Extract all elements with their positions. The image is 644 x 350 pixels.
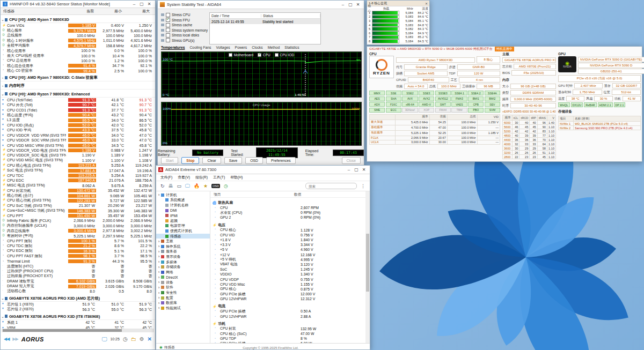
menu-item[interactable]: 查看(V): [178, 175, 190, 180]
checkbox[interactable]: [166, 13, 170, 17]
sensor-row[interactable]: ◷有效时钟 (平均)5,225.1 MHz2,297.9 MHz5,225.1 …: [1, 233, 155, 238]
sidebar-item-便携式计算机[interactable]: 便携式计算机: [156, 228, 210, 234]
sensor-row[interactable]: ⚡CPU VDDCR_VDD 电压 (SVI3 TFN)1.186 V0.988…: [1, 148, 155, 153]
stress-option[interactable]: Stress FPU: [161, 18, 207, 23]
checkbox[interactable]: [166, 18, 170, 22]
sidebar-item-电源管理[interactable]: 电源管理: [156, 224, 210, 229]
sensor-row[interactable]: ◷核心 1 时钟频率4,575.1 MHz1,011.0 MHz4,921.6 …: [1, 38, 155, 43]
menu-item[interactable]: 帮助(H): [230, 175, 243, 180]
sensor-row[interactable]: ⚡CPU PPT151.450 W35.457 W153.454 W: [1, 213, 155, 218]
sensor-row[interactable]: ▾VRM45 °C37 °C45 °C: [1, 325, 155, 329]
logging-icon[interactable]: 🗀: [131, 336, 136, 342]
value-row[interactable]: ◦CPU 核心 (SoC)47.00 W: [213, 331, 370, 336]
value-row[interactable]: ◦CPU VID0.756 V: [213, 233, 370, 237]
sensor-row[interactable]: ◔CPU PPT 限制100.1 %5.7 %101.5 %: [1, 239, 155, 243]
clear-button[interactable]: Clear: [202, 157, 221, 164]
value-row[interactable]: ◦CPU VDDP0.755 V: [213, 277, 370, 281]
sidebar-item-多媒体[interactable]: ›多媒体: [156, 259, 210, 265]
sensor-section-header[interactable]: ›内存时序: [1, 83, 155, 90]
sensor-row[interactable]: ⚡CPU 核心功耗 (SVI3 TFN)122.283 W5.727 W122.…: [1, 198, 155, 203]
sensor-row[interactable]: ◷核心频率5,179.7 MHz2,977.5 MHz5,400.0 MHz: [1, 28, 155, 33]
sensor-row[interactable]: ▾核心温度 (平均)90.4 °C43.2 °C90.4 °C: [1, 113, 155, 117]
sensor-row[interactable]: ◔核心 C0 驻留率99.4 %2.5 %100.0 %: [1, 69, 155, 73]
sensor-section-header[interactable]: ›CPU [#0]: AMD Ryzen 7 9800X3D: C-State …: [1, 75, 155, 81]
sensor-row[interactable]: ▾CPU VDDCR_SOC VRM (SVI3 TFN)46.0 °C33.0…: [1, 138, 155, 143]
temperature-graph[interactable]: MotherboardCPUCPU IOD 100 °C 0 °C 1:49:5…: [161, 51, 362, 98]
tab-statistics[interactable]: Statistics: [284, 46, 299, 49]
sensor-row[interactable]: ⚡Core+SoC+MISC 功耗 (SVI3 TFN)146.383 W35.…: [1, 208, 155, 213]
sidebar-item-性能测试[interactable]: ›性能测试: [156, 306, 210, 311]
sidebar-item-安全性[interactable]: ›安全性: [156, 290, 210, 295]
preferences-button[interactable]: Preferences: [266, 157, 296, 164]
sidebar-item-主板[interactable]: ›主板: [156, 239, 210, 244]
sensor-row[interactable]: ⚡CPU VDDCR_SOC 电压 (SVI3 TFN)1.190 V1.189…: [1, 153, 155, 158]
sensor-row[interactable]: ⚡CPU TDC119.225 A5.254 A119.927 A: [1, 173, 155, 178]
sidebar-item-IPMI[interactable]: IPMI: [156, 213, 210, 218]
cpu-usage-graph[interactable]: CPU Usage 100% 100% 0%: [161, 102, 362, 146]
stress-option[interactable]: Stress local disks: [161, 33, 207, 38]
minimize-icon[interactable]: –: [339, 2, 347, 7]
sensor-row[interactable]: ◷Infinity Fabric 频率 (FCLK)2,066.9 MHz2,0…: [1, 218, 155, 223]
sensor-row[interactable]: ▾芯片组 2 (X870)56.3 °C55.0 °C56.3 °C: [1, 307, 155, 312]
sensor-section-header[interactable]: ⌄GIGABYTE X870E AORUS PRO X3D (ITE IT869…: [1, 314, 155, 320]
sidebar-item-操作系统[interactable]: ›操作系统: [156, 244, 210, 249]
hwinfo-sensor-table[interactable]: ⌄CPU [#0]: AMD Ryzen 7 9800X3D⚡Core VIDs…: [1, 15, 155, 329]
sensor-row[interactable]: ⚡Core VIDs1.185 V0.400 V1.250 V: [1, 23, 155, 28]
sensor-row[interactable]: ⚡核心功耗 (合计)104.861 W9.065 W105.461 W: [1, 193, 155, 198]
sensor-row[interactable]: ▾CPU VDD MISC VRM (SVI3 TFN)45.0 °C34.5 …: [1, 143, 155, 147]
favorites-icon[interactable]: ★: [203, 183, 208, 189]
sensor-section-header[interactable]: ⌄GIGABYTE X870E AORUS PRO X3D (AMD 芯片组): [1, 295, 155, 302]
sensor-row[interactable]: ·过热保护 (PROCHOT CPU)否否否: [1, 269, 155, 273]
sidebar-item-存储设备[interactable]: ›存储设备: [156, 264, 210, 270]
tab-method[interactable]: Method: [268, 46, 280, 49]
sensor-row[interactable]: ▾系统 142 °C41 °C42 °C: [1, 320, 155, 325]
search-input[interactable]: [305, 183, 357, 189]
network-monitors-icon[interactable]: 🖵: [185, 183, 190, 189]
sensor-row[interactable]: ◷内存总线频率3,000.4 MHz2,977.8 MHz3,002.2 MHz: [1, 228, 155, 233]
sensor-row[interactable]: ◔核心混合使用率91.4 %34.7 %92.1 %: [1, 63, 155, 68]
sidebar-item-计算机[interactable]: ›计算机: [156, 192, 210, 198]
sensor-row[interactable]: ▾CPU IOD 平均43.3 °C37.5 °C45.8 °C: [1, 128, 155, 132]
sensor-row[interactable]: ◔核心使用率100.0 %0.0 %100.0 %: [1, 48, 155, 53]
close-icon[interactable]: ✕: [145, 2, 153, 6]
sidebar-item-DirectX[interactable]: ›DirectX: [156, 275, 210, 280]
sst-titlebar[interactable]: System Stability Test - AIDA64 – ▢ ✕: [158, 1, 364, 9]
back-arrows-icon[interactable]: ◀◀: [4, 337, 9, 341]
sidebar-item-显示设备[interactable]: ›显示设备: [156, 254, 210, 259]
checkbox[interactable]: [166, 33, 170, 38]
summary-icon[interactable]: ▭: [177, 183, 182, 189]
close-icon[interactable]: ✕: [425, 2, 428, 5]
value-row[interactable]: ◦SoC1.245 V: [213, 267, 370, 272]
exit-icon[interactable]: ✕: [148, 336, 152, 342]
clock-icon[interactable]: ◷: [123, 336, 128, 342]
sensor-row[interactable]: ⚡CPU VDD MISC 电压 (SVI3 TFN)1.100 V1.100 …: [1, 158, 155, 163]
sensor-row[interactable]: ⚡MISC 电流 (SVI3 TFN)8.062 A5.675 A8.259 A: [1, 183, 155, 188]
value-row[interactable]: ◦GPU PCIe 插槽0.50 A: [213, 309, 370, 314]
sidebar-item-软件[interactable]: ›软件: [156, 285, 210, 291]
stress-option[interactable]: Stress cache: [161, 23, 207, 28]
burn-in-flame-icon[interactable]: 🔥: [194, 183, 200, 189]
maximize-icon[interactable]: ▢: [347, 2, 354, 7]
menu-item[interactable]: 文件(F): [160, 175, 172, 180]
menu-item[interactable]: 工具(T): [213, 175, 225, 180]
report-icon[interactable]: 🖶: [169, 183, 173, 189]
maximize-icon[interactable]: ▢: [138, 2, 145, 6]
sensor-row[interactable]: ◔CPU PPT FAST 限制98.1 %3.7 %98.5 %: [1, 254, 155, 258]
refresh-icon[interactable]: ↻: [160, 183, 165, 189]
sensor-row[interactable]: ◔Thermal Limit91.3 %44.3 %95.5 %: [1, 258, 155, 263]
hwinfo-titlebar[interactable]: i HWiNFO® 64 v8.32-5840 Sensor Status [M…: [1, 1, 155, 8]
value-row[interactable]: ◦+1.8 V1.840 V: [213, 237, 370, 242]
value-row[interactable]: ◦VBAT 电池3.120 V: [213, 262, 370, 267]
sensor-row[interactable]: ◔最大 CPU/线程 使用率100.0 %10.4 %100.0 %: [1, 53, 155, 58]
sensor-row[interactable]: ▾L3 温度86.5 °C34.0 °C86.5 °C: [1, 117, 155, 122]
sensor-row[interactable]: ◔CPU TDC 限制21.2 %8.6 %22.2 %: [1, 243, 155, 248]
value-row[interactable]: ◦CPU 核心1.128 V: [213, 228, 370, 233]
value-row[interactable]: ◦GPU 20 RPM (0%): [213, 215, 370, 220]
sensor-row[interactable]: ·活动核心数8.00.58.0: [1, 289, 155, 294]
maximize-icon[interactable]: ▢: [353, 167, 360, 172]
tab-cooling-fans[interactable]: Cooling Fans: [189, 46, 211, 49]
value-row[interactable]: ◦+3.3 V3.344 V: [213, 242, 370, 247]
sensor-row[interactable]: ·过热降频 (PROCHOT EXT)否否否: [1, 274, 155, 279]
hwinfo-horizontal-scrollbar[interactable]: [2, 329, 154, 332]
tab-voltages[interactable]: Voltages: [216, 46, 230, 49]
